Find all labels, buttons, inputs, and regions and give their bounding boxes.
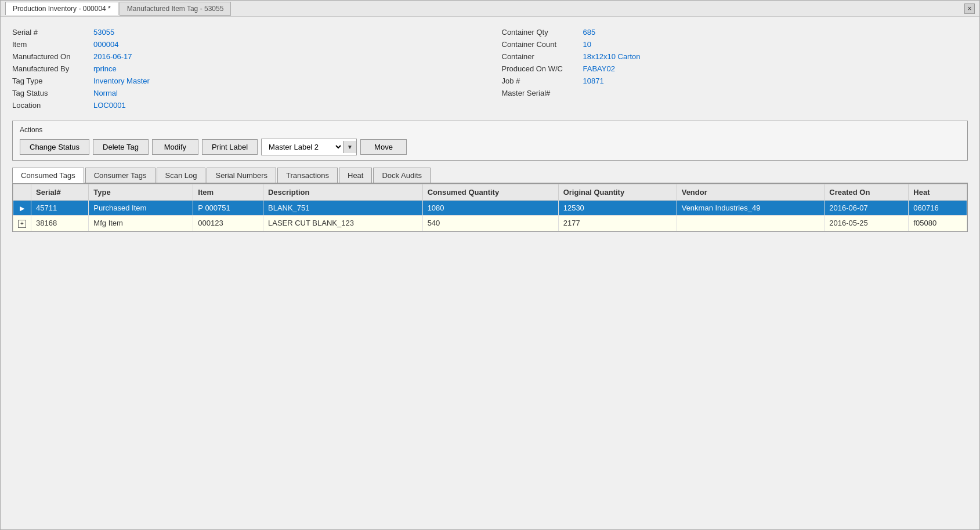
cell-description: BLANK_751	[263, 201, 422, 216]
col-vendor: Vendor	[677, 184, 824, 201]
info-row-serial: Serial # 53055	[12, 26, 479, 38]
tab-dock-audits[interactable]: Dock Audits	[373, 168, 431, 183]
info-row-container-count: Container Count 10	[502, 38, 968, 50]
value-produced-wc[interactable]: FABAY02	[583, 64, 615, 73]
actions-buttons: Change Status Delete Tag Modify Print La…	[20, 139, 960, 155]
label-produced-wc: Produced On W/C	[502, 64, 583, 73]
info-row-container-qty: Container Qty 685	[502, 26, 968, 38]
label-location: Location	[12, 101, 93, 110]
label-serial: Serial #	[12, 28, 93, 37]
change-status-button[interactable]: Change Status	[20, 139, 89, 155]
tab-scan-log[interactable]: Scan Log	[157, 168, 206, 183]
cell-created-on: 2016-05-25	[824, 216, 909, 231]
label-container-count: Container Count	[502, 40, 583, 49]
label-select-container[interactable]: Master Label 2 Master Label 1 Master Lab…	[261, 139, 357, 155]
col-expand	[13, 184, 31, 201]
value-mfg-by[interactable]: rprince	[93, 64, 117, 73]
value-tag-status[interactable]: Normal	[93, 89, 118, 97]
cell-item: 000123	[193, 216, 263, 231]
table-row[interactable]: ▶ 45711 Purchased Item P 000751 BLANK_75…	[13, 201, 967, 216]
main-content: Serial # 53055 Item 000004 Manufactured …	[1, 17, 979, 241]
col-created-on: Created On	[824, 184, 909, 201]
cell-vendor: Venkman Industries_49	[677, 201, 824, 216]
tab-heat[interactable]: Heat	[339, 168, 372, 183]
cell-created-on: 2016-06-07	[824, 201, 909, 216]
value-mfg-on[interactable]: 2016-06-17	[93, 52, 132, 61]
label-mfg-by: Manufactured By	[12, 64, 93, 73]
col-description: Description	[263, 184, 422, 201]
tab-serial-numbers[interactable]: Serial Numbers	[207, 168, 276, 183]
info-row-tag-status: Tag Status Normal	[12, 87, 479, 99]
info-row-mfg-by: Manufactured By rprince	[12, 63, 479, 75]
row-arrow-icon: ▶	[20, 205, 24, 212]
info-row-location: Location LOC0001	[12, 99, 479, 111]
move-button[interactable]: Move	[360, 139, 407, 155]
cell-vendor	[677, 216, 824, 231]
actions-title: Actions	[20, 126, 960, 134]
cell-consumed-qty: 540	[422, 216, 558, 231]
col-original-qty: Original Quantity	[558, 184, 677, 201]
cell-type: Purchased Item	[89, 201, 193, 216]
cell-serial: 38168	[31, 216, 89, 231]
title-bar: Production Inventory - 000004 * Manufact…	[1, 1, 979, 17]
actions-group: Actions Change Status Delete Tag Modify …	[12, 121, 968, 161]
value-job[interactable]: 10871	[583, 77, 604, 85]
value-serial[interactable]: 53055	[93, 28, 114, 37]
label-container-qty: Container Qty	[502, 28, 583, 37]
col-consumed-qty: Consumed Quantity	[422, 184, 558, 201]
value-container[interactable]: 18x12x10 Carton	[583, 52, 641, 61]
label-job: Job #	[502, 77, 583, 85]
info-row-tag-type: Tag Type Inventory Master	[12, 75, 479, 87]
info-row-mfg-on: Manufactured On 2016-06-17	[12, 50, 479, 63]
label-tag-type: Tag Type	[12, 77, 93, 85]
info-section: Serial # 53055 Item 000004 Manufactured …	[12, 26, 968, 111]
value-tag-type[interactable]: Inventory Master	[93, 77, 150, 85]
label-select[interactable]: Master Label 2 Master Label 1 Master Lab…	[262, 139, 343, 155]
info-row-item: Item 000004	[12, 38, 479, 50]
row-arrow-cell: ▶	[13, 201, 31, 216]
modify-button[interactable]: Modify	[152, 139, 198, 155]
window-tab2[interactable]: Manufactured Item Tag - 53055	[120, 2, 232, 16]
cell-item: P 000751	[193, 201, 263, 216]
print-label-button[interactable]: Print Label	[202, 139, 258, 155]
label-item: Item	[12, 40, 93, 49]
info-right: Container Qty 685 Container Count 10 Con…	[502, 26, 968, 111]
dropdown-arrow-icon[interactable]: ▼	[343, 141, 356, 153]
main-window: Production Inventory - 000004 * Manufact…	[0, 0, 980, 530]
col-heat: Heat	[909, 184, 967, 201]
label-master-serial: Master Serial#	[502, 89, 583, 97]
cell-original-qty: 2177	[558, 216, 677, 231]
info-left: Serial # 53055 Item 000004 Manufactured …	[12, 26, 479, 111]
col-item: Item	[193, 184, 263, 201]
cell-original-qty: 12530	[558, 201, 677, 216]
table-header-row: Serial# Type Item Description Consumed Q…	[13, 184, 967, 201]
delete-tag-button[interactable]: Delete Tag	[93, 139, 149, 155]
cell-heat: 060716	[909, 201, 967, 216]
label-container: Container	[502, 52, 583, 61]
value-container-qty[interactable]: 685	[583, 28, 596, 37]
tabs-navigation: Consumed Tags Consumer Tags Scan Log Ser…	[12, 168, 968, 183]
tab-consumed-tags[interactable]: Consumed Tags	[12, 168, 84, 183]
col-type: Type	[89, 184, 193, 201]
table-container: Serial# Type Item Description Consumed Q…	[12, 183, 968, 232]
close-button[interactable]: ×	[964, 3, 975, 14]
consumed-tags-table: Serial# Type Item Description Consumed Q…	[13, 184, 967, 231]
col-serial: Serial#	[31, 184, 89, 201]
cell-serial: 45711	[31, 201, 89, 216]
info-row-container: Container 18x12x10 Carton	[502, 50, 968, 63]
tab-transactions[interactable]: Transactions	[277, 168, 338, 183]
value-location[interactable]: LOC0001	[93, 101, 126, 110]
table-row[interactable]: + 38168 Mfg Item 000123 LASER CUT BLANK_…	[13, 216, 967, 231]
row-expand-icon[interactable]: +	[18, 220, 26, 228]
value-item[interactable]: 000004	[93, 40, 118, 49]
info-row-master-serial: Master Serial#	[502, 87, 968, 99]
cell-type: Mfg Item	[89, 216, 193, 231]
value-container-count[interactable]: 10	[583, 40, 591, 49]
cell-consumed-qty: 1080	[422, 201, 558, 216]
row-expand-cell: +	[13, 216, 31, 231]
label-tag-status: Tag Status	[12, 89, 93, 97]
cell-heat: f05080	[909, 216, 967, 231]
window-tab1[interactable]: Production Inventory - 000004 *	[5, 2, 118, 15]
info-row-job: Job # 10871	[502, 75, 968, 87]
tab-consumer-tags[interactable]: Consumer Tags	[85, 168, 156, 183]
